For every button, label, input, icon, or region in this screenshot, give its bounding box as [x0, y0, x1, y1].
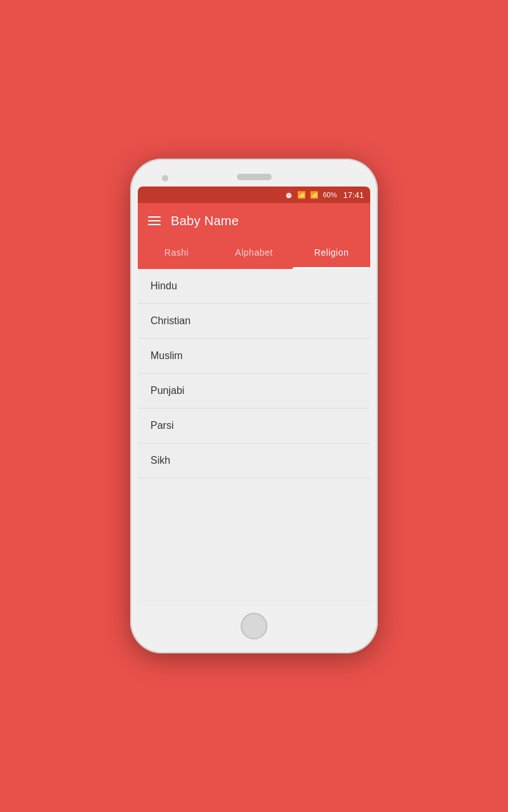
list-item-parsi[interactable]: Parsi	[138, 409, 370, 443]
alarm-icon: ⏰	[284, 191, 293, 199]
tab-alphabet[interactable]: Alphabet	[215, 239, 293, 269]
app-bar: Baby Name	[138, 203, 370, 239]
status-bar: ⏰ 📶 📶 60% 17:41	[138, 187, 370, 203]
list-item-punjabi[interactable]: Punjabi	[138, 374, 370, 409]
app-title: Baby Name	[171, 214, 239, 228]
phone-frame: ⏰ 📶 📶 60% 17:41 Baby Name Rashi Alphabet	[130, 159, 378, 653]
tabs-bar: Rashi Alphabet Religion	[138, 239, 370, 269]
religion-list: Hindu Christian Muslim Punjabi Parsi Sik…	[138, 269, 370, 606]
list-item-muslim[interactable]: Muslim	[138, 339, 370, 374]
signal-icon: 📶	[310, 191, 319, 199]
phone-screen: ⏰ 📶 📶 60% 17:41 Baby Name Rashi Alphabet	[138, 187, 370, 606]
phone-camera	[162, 175, 168, 181]
home-button[interactable]	[241, 613, 267, 639]
list-item-christian[interactable]: Christian	[138, 304, 370, 339]
tab-religion[interactable]: Religion	[293, 239, 370, 269]
battery-status: 60%	[323, 191, 337, 199]
tab-rashi[interactable]: Rashi	[138, 239, 215, 269]
phone-speaker	[237, 174, 272, 180]
phone-top-bar	[138, 170, 370, 187]
list-item-sikh[interactable]: Sikh	[138, 443, 370, 478]
wifi-icon: 📶	[297, 191, 306, 199]
phone-bottom-bar	[138, 606, 370, 642]
menu-button[interactable]	[148, 216, 161, 225]
status-time: 17:41	[343, 190, 364, 200]
list-item-hindu[interactable]: Hindu	[138, 269, 370, 304]
